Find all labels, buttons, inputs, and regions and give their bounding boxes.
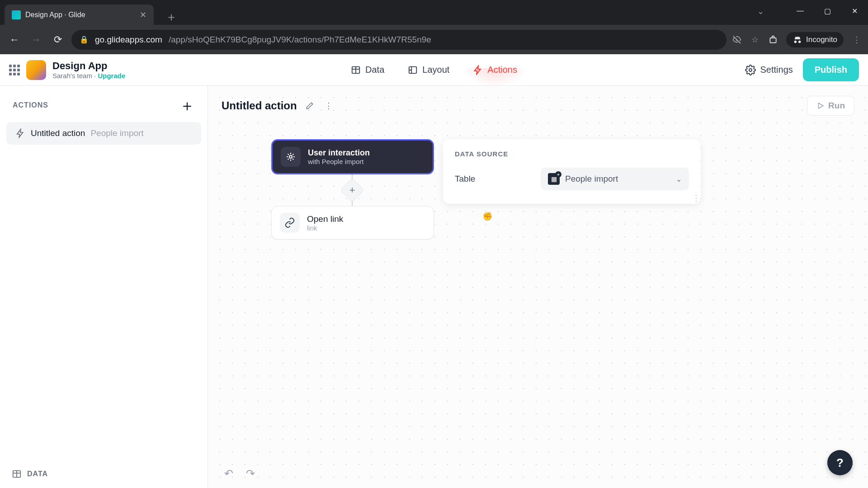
svg-rect-0 xyxy=(770,38,776,42)
canvas[interactable]: Untitled action ⋮ Run User interaction w… xyxy=(208,86,868,488)
sidebar: ACTIONS ＋ Untitled action People import … xyxy=(0,86,208,488)
settings-link[interactable]: Settings xyxy=(745,65,793,75)
resize-handle[interactable]: ⋰ xyxy=(691,193,700,203)
nav-tabs: Data Layout Actions xyxy=(349,61,519,79)
trigger-node[interactable]: User interaction with People import xyxy=(271,139,434,174)
browser-chrome: Design App · Glide ✕ ＋ ⌄ ― ▢ ✕ ← → ⟳ 🔒 g… xyxy=(0,0,868,54)
extensions-icon[interactable] xyxy=(768,35,778,45)
inspector-heading: DATA SOURCE xyxy=(455,150,689,158)
step-subtitle: link xyxy=(307,224,343,232)
new-tab-button[interactable]: ＋ xyxy=(157,9,185,25)
main: ACTIONS ＋ Untitled action People import … xyxy=(0,86,868,488)
action-title: Untitled action xyxy=(222,99,297,112)
address-bar: ← → ⟳ 🔒 go.glideapps.com/app/sHoQEhK79BC… xyxy=(0,25,868,54)
table-icon xyxy=(12,469,22,479)
svg-point-5 xyxy=(289,155,292,158)
chevron-down-icon: ⌄ xyxy=(676,175,682,183)
bolt-icon xyxy=(473,65,483,75)
trigger-title: User interaction xyxy=(308,148,370,158)
plus-icon: + xyxy=(349,184,355,196)
app-switcher-icon[interactable] xyxy=(9,65,20,75)
upgrade-link[interactable]: Upgrade xyxy=(98,72,125,80)
tab-layout-label: Layout xyxy=(422,65,449,75)
tab-layout[interactable]: Layout xyxy=(406,61,451,79)
maximize-button[interactable]: ▢ xyxy=(814,0,841,22)
inspector-panel: DATA SOURCE Table ▦ People import ⌄ ⋰ xyxy=(443,139,701,204)
step-node[interactable]: Open link link xyxy=(271,206,434,239)
action-item-source: People import xyxy=(90,128,143,138)
trigger-interaction-icon xyxy=(281,147,301,167)
separator: · xyxy=(92,72,98,80)
forward-button[interactable]: → xyxy=(28,32,44,48)
tab-actions[interactable]: Actions xyxy=(471,61,519,79)
app-title-block: Design App Sarah's team · Upgrade xyxy=(52,60,125,80)
table-icon xyxy=(351,65,361,75)
action-icon xyxy=(15,128,25,138)
team-name: Sarah's team xyxy=(52,72,92,80)
field-label-table: Table xyxy=(455,174,532,184)
url-host: go.glideapps.com xyxy=(95,35,162,45)
table-select-value: People import xyxy=(565,174,670,184)
sidebar-heading: ACTIONS xyxy=(13,101,48,109)
app-logo[interactable] xyxy=(26,60,46,80)
undo-button[interactable]: ↶ xyxy=(224,467,233,480)
step-title: Open link xyxy=(307,214,343,224)
sidebar-footer-label: DATA xyxy=(27,470,48,478)
canvas-toolbar: Untitled action ⋮ Run xyxy=(208,86,868,126)
tab-data-label: Data xyxy=(365,65,384,75)
action-list-item[interactable]: Untitled action People import xyxy=(6,122,201,145)
svg-point-3 xyxy=(749,69,752,71)
publish-button[interactable]: Publish xyxy=(803,58,859,81)
trigger-subtitle: with People import xyxy=(308,158,370,165)
window-controls: ― ▢ ✕ xyxy=(787,0,868,22)
app-header: Design App Sarah's team · Upgrade Data L… xyxy=(0,54,868,86)
sheet-icon: ▦ xyxy=(548,173,560,185)
tab-overflow-icon[interactable]: ⌄ xyxy=(757,6,764,16)
add-step-diamond[interactable]: + xyxy=(340,178,364,202)
run-label: Run xyxy=(828,101,845,111)
play-icon xyxy=(816,102,825,110)
eye-off-icon[interactable] xyxy=(732,35,742,45)
more-icon[interactable]: ⋮ xyxy=(322,99,335,112)
lock-icon: 🔒 xyxy=(80,35,89,44)
sidebar-data-button[interactable]: DATA xyxy=(0,460,208,488)
table-select[interactable]: ▦ People import ⌄ xyxy=(541,168,689,190)
close-window-button[interactable]: ✕ xyxy=(841,0,868,22)
browser-menu-icon[interactable]: ⋮ xyxy=(852,35,862,45)
run-button[interactable]: Run xyxy=(807,96,854,116)
minimize-button[interactable]: ― xyxy=(787,0,814,22)
app-name: Design App xyxy=(52,60,125,72)
settings-label: Settings xyxy=(760,65,793,75)
add-action-button[interactable]: ＋ xyxy=(179,98,195,113)
incognito-label: Incognito xyxy=(806,35,837,44)
redo-button[interactable]: ↷ xyxy=(246,467,255,480)
tab-data[interactable]: Data xyxy=(349,61,386,79)
tab-bar: Design App · Glide ✕ ＋ xyxy=(0,0,868,25)
gear-icon xyxy=(745,65,756,75)
tab-title: Design App · Glide xyxy=(25,11,85,19)
incognito-chip[interactable]: Incognito xyxy=(786,32,844,47)
action-item-name: Untitled action xyxy=(31,128,85,138)
help-button[interactable]: ? xyxy=(827,450,853,475)
reload-button[interactable]: ⟳ xyxy=(50,32,66,48)
browser-tab[interactable]: Design App · Glide ✕ xyxy=(5,5,154,25)
tab-actions-label: Actions xyxy=(487,65,517,75)
back-button[interactable]: ← xyxy=(6,32,23,48)
edit-icon[interactable] xyxy=(303,99,316,112)
close-tab-icon[interactable]: ✕ xyxy=(140,10,146,20)
url-path: /app/sHoQEhK79BCg8pugJV9K/actions/Ph7EdM… xyxy=(169,35,431,45)
layout-icon xyxy=(408,65,418,75)
glide-favicon xyxy=(12,10,21,19)
incognito-icon xyxy=(793,35,802,45)
history-controls: ↶ ↷ xyxy=(224,467,255,480)
star-icon[interactable]: ☆ xyxy=(750,35,760,45)
link-icon xyxy=(280,213,300,233)
url-field[interactable]: 🔒 go.glideapps.com/app/sHoQEhK79BCg8pugJ… xyxy=(71,30,726,50)
grab-cursor-icon: ✊ xyxy=(482,211,492,221)
